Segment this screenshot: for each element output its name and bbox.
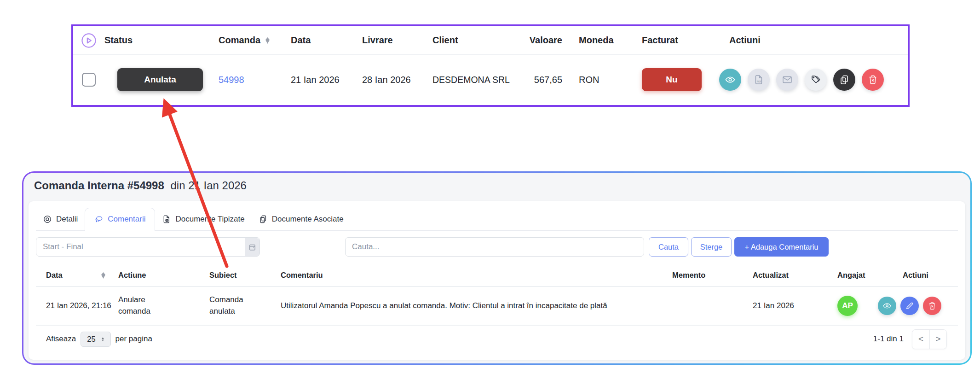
comments-col-actiuni: Actiuni xyxy=(876,270,958,281)
target-icon xyxy=(43,215,52,224)
trash-icon xyxy=(867,74,878,85)
orders-table: Status Comanda Data Livrare Client Valoa… xyxy=(71,24,910,107)
envelope-icon xyxy=(782,74,793,85)
pdf-button[interactable]: PDF xyxy=(748,69,770,91)
order-currency: RON xyxy=(569,75,629,85)
order-value: 567,65 xyxy=(514,75,569,85)
sterge-button[interactable]: Sterge xyxy=(691,237,732,257)
per-page-select[interactable]: 25 xyxy=(81,332,110,347)
comments-col-data[interactable]: Data xyxy=(36,270,118,281)
tab-bar: Detalii Comentarii xyxy=(36,208,958,231)
orders-col-moneda: Moneda xyxy=(569,35,629,46)
tab-comentarii-label: Comentarii xyxy=(108,215,145,224)
per-page-suffix: per pagina xyxy=(115,334,152,344)
comments-col-actualizat: Actualizat xyxy=(749,270,836,281)
comments-table-header: Data Actiune Subiect Comentariu Memento … xyxy=(36,265,958,287)
sort-desc-icon xyxy=(265,37,271,44)
tags-icon xyxy=(810,74,821,85)
panel-title-date: din 21 Ian 2026 xyxy=(170,179,246,192)
bulk-actions-cell xyxy=(73,32,104,49)
status-badge[interactable]: Anulata xyxy=(117,68,203,91)
row-checkbox[interactable] xyxy=(82,73,96,87)
date-range-input[interactable] xyxy=(36,237,260,257)
comments-col-actiune: Actiune xyxy=(118,270,209,281)
order-number-cell: 54998 xyxy=(208,75,281,85)
per-page-value: 25 xyxy=(87,335,95,344)
order-client: DESDEMONA SRL xyxy=(422,74,514,86)
edit-comment-button[interactable] xyxy=(900,297,919,315)
tab-documente-asociate[interactable]: Documente Asociate xyxy=(252,208,351,230)
detail-card: Detalii Comentarii xyxy=(29,201,965,360)
panel-title-main: Comanda Interna #54998 xyxy=(34,179,164,192)
delete-comment-button[interactable] xyxy=(923,297,941,315)
comment-employee: AP xyxy=(836,296,876,316)
orders-col-valoare: Valoare xyxy=(514,35,569,46)
eye-icon xyxy=(725,74,736,85)
comments-table-footer: Afiseaza 25 per pagina 1-1 din 1 < > xyxy=(36,326,958,352)
eye-icon xyxy=(882,301,892,310)
orders-col-data: Data xyxy=(281,35,352,46)
tab-comentarii[interactable]: Comentarii xyxy=(85,208,155,231)
copy-button[interactable] xyxy=(833,69,855,91)
date-range-input-group xyxy=(36,237,260,257)
comment-subject: Comanda anulata xyxy=(209,294,281,317)
orders-col-comanda[interactable]: Comanda xyxy=(208,35,281,46)
adauga-comentariu-button[interactable]: + Adauga Comentariu xyxy=(734,237,829,257)
comments-col-memento: Memento xyxy=(670,270,749,281)
pencil-icon xyxy=(905,301,914,310)
copy-icon xyxy=(839,74,850,85)
pagination: 1-1 din 1 < > xyxy=(873,329,947,349)
svg-text:PDF: PDF xyxy=(757,80,761,83)
orders-col-client: Client xyxy=(422,35,514,46)
delete-button[interactable] xyxy=(862,69,884,91)
tab-documente-asociate-label: Documente Asociate xyxy=(272,215,344,224)
order-row: Anulata 54998 21 Ian 2026 28 Ian 2026 DE… xyxy=(73,55,908,104)
orders-col-facturat: Facturat xyxy=(629,35,709,46)
tab-detalii[interactable]: Detalii xyxy=(36,208,85,230)
calendar-icon xyxy=(248,243,256,251)
per-page-label: Afiseaza xyxy=(46,334,76,344)
tags-button[interactable] xyxy=(805,69,827,91)
tab-documente-tipizate-label: Documente Tipizate xyxy=(175,215,244,224)
trash-icon xyxy=(928,301,937,310)
tab-documente-tipizate[interactable]: Documente Tipizate xyxy=(155,208,251,230)
comments-col-subiect: Subiect xyxy=(209,270,281,281)
order-number-link[interactable]: 54998 xyxy=(219,75,244,85)
sort-desc-icon xyxy=(100,272,106,279)
comment-date: 21 Ian 2026, 21:16 xyxy=(36,300,118,312)
search-input[interactable] xyxy=(345,237,644,257)
orders-col-livrare: Livrare xyxy=(352,35,422,46)
comment-row: 21 Ian 2026, 21:16 Anulare comanda Coman… xyxy=(36,287,958,326)
orders-table-header: Status Comanda Data Livrare Client Valoa… xyxy=(73,26,908,55)
orders-col-comanda-label: Comanda xyxy=(219,35,260,46)
panel-title: Comanda Interna #54998 din 21 Ian 2026 xyxy=(29,177,965,201)
next-page-button[interactable]: > xyxy=(929,330,946,349)
invoiced-badge[interactable]: Nu xyxy=(642,68,702,91)
view-button[interactable] xyxy=(719,69,741,91)
orders-col-status: Status xyxy=(104,35,208,46)
comments-col-comentariu: Comentariu xyxy=(281,270,670,281)
pages-icon xyxy=(259,215,268,224)
email-button[interactable] xyxy=(776,69,798,91)
play-circle-icon[interactable] xyxy=(80,32,98,49)
order-status-cell: Anulata xyxy=(104,68,208,91)
order-row-select-cell xyxy=(73,73,104,87)
comments-col-data-label: Data xyxy=(46,270,63,281)
order-actions: PDF xyxy=(709,69,908,91)
order-delivery-date: 28 Ian 2026 xyxy=(352,75,422,85)
orders-col-actiuni: Actiuni xyxy=(709,35,908,46)
chat-bubbles-icon xyxy=(94,215,104,224)
cauta-button[interactable]: Cauta xyxy=(649,237,688,257)
select-arrows-icon xyxy=(100,336,106,343)
comments-col-angajat: Angajat xyxy=(836,270,876,281)
comments-filter-row: Cauta Sterge + Adauga Comentariu xyxy=(36,237,958,257)
order-detail-panel: Comanda Interna #54998 din 21 Ian 2026 D… xyxy=(22,171,972,365)
view-comment-button[interactable] xyxy=(878,297,896,315)
tab-detalii-label: Detalii xyxy=(56,215,78,224)
calendar-button[interactable] xyxy=(245,238,259,256)
pdf-file-icon: PDF xyxy=(753,74,764,85)
comment-action: Anulare comanda xyxy=(118,294,209,317)
order-invoiced-cell: Nu xyxy=(629,68,709,91)
order-date: 21 Ian 2026 xyxy=(281,75,352,85)
prev-page-button[interactable]: < xyxy=(912,330,929,349)
